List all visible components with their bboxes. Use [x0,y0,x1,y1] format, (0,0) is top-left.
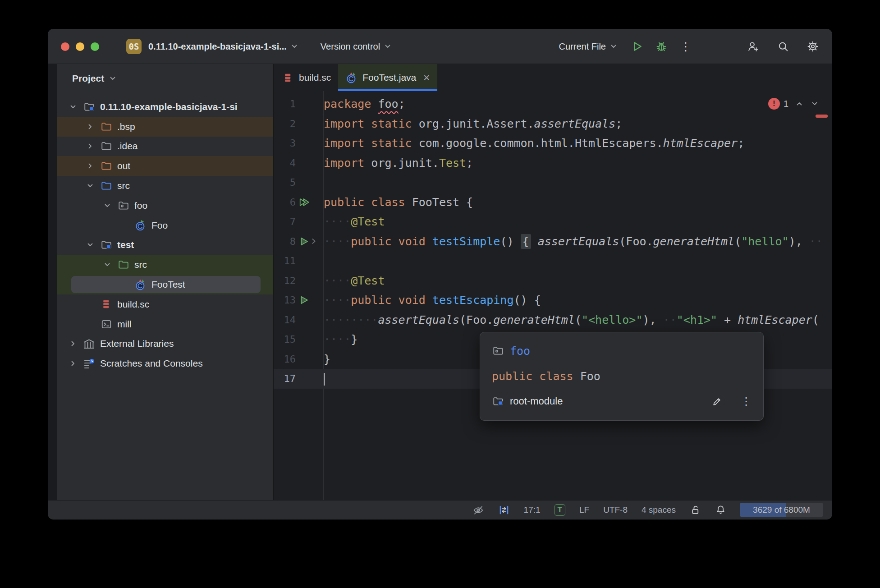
tree-item-out[interactable]: out [57,156,273,176]
popup-module-row[interactable]: root-module ⋮ [480,389,763,414]
code-token: "<hello>" [582,313,642,326]
project-avatar[interactable]: 0S [126,39,142,54]
run-configuration-widget[interactable]: Current File [559,41,618,52]
tab-label: FooTest.java [362,72,416,83]
code-line-4[interactable]: 4import org.junit.Test; [274,153,832,173]
memory-indicator[interactable]: 3629 of 6800M [740,503,823,517]
line-number: 4 [274,157,296,169]
search-everywhere-button[interactable] [774,37,792,55]
previous-error-button[interactable] [795,99,804,108]
indent-widget[interactable]: 4 spaces [642,505,676,515]
notifications-widget[interactable] [715,504,726,515]
code-line-14[interactable]: 14········assertEquals(Foo.generateHtml(… [274,310,832,330]
tree-item-src[interactable]: src [57,255,273,275]
tree-item-test[interactable]: test [57,235,273,255]
code-token: assertEquals [538,235,619,248]
tree-item-footest[interactable]: FooTest [57,275,273,294]
tree-item-label: FooTest [151,279,185,290]
readonly-lock-widget[interactable] [690,504,701,515]
chevron-down-icon[interactable] [101,260,117,269]
settings-button[interactable] [804,37,822,55]
code-line-3[interactable]: 3import static com.google.common.html.Ht… [274,133,832,153]
tree-item--idea[interactable]: .idea [57,137,273,156]
tree-item-src[interactable]: src [57,176,273,196]
tree-item-build-sc[interactable]: build.sc [57,294,273,314]
code-line-1[interactable]: 1package foo; [274,94,832,114]
chevron-right-icon[interactable] [84,122,100,131]
code-token: public void [351,294,426,307]
minimize-window-button[interactable] [76,42,84,51]
maximize-window-button[interactable] [91,42,99,51]
run-all-icon[interactable] [299,197,310,207]
tree-item-foo[interactable]: Foo [57,216,273,235]
code-text: package foo; [324,97,405,110]
code-token: ···· [324,215,351,228]
tree-item-foo[interactable]: foo [57,196,273,216]
line-separator-widget[interactable]: LF [579,505,589,515]
chevron-down-icon[interactable] [84,181,100,190]
project-panel-header[interactable]: Project [72,73,117,84]
vcs-widget[interactable]: Version control [321,41,392,52]
tree-item--bsp[interactable]: .bsp [57,117,273,137]
edit-pencil-icon[interactable] [711,395,723,408]
chevron-right-icon[interactable] [84,142,100,151]
tree-item-external-libraries[interactable]: External Libraries [57,334,273,354]
more-actions-button[interactable]: ⋮ [677,37,695,55]
code-line-13[interactable]: 13····public void testEscaping() { [274,290,832,310]
line-number: 2 [274,118,296,129]
fold-chevron-icon[interactable] [310,237,318,245]
tree-item-scratches-and-consoles[interactable]: Scratches and Consoles [57,354,273,373]
inspections-widget[interactable]: ! 1 [768,98,819,110]
chevron-right-icon[interactable] [67,339,83,348]
test-class-icon [345,72,358,84]
code-line-5[interactable]: 5 [274,173,832,193]
wrap-widget[interactable] [498,504,510,516]
code-token: ; [738,137,744,150]
chevron-down-icon[interactable] [67,102,83,111]
code-line-12[interactable]: 12····@Test [274,271,832,291]
next-error-button[interactable] [810,99,819,108]
highlighting-level-widget[interactable] [472,504,484,516]
code-editor[interactable]: 1package foo;2import static org.junit.As… [274,91,832,500]
folder-source-icon [100,180,112,192]
close-tab-icon[interactable]: ✕ [423,73,430,83]
code-line-2[interactable]: 2import static org.junit.Assert.assertEq… [274,114,832,134]
encoding-widget[interactable]: UTF-8 [603,505,628,515]
code-with-me-button[interactable] [744,37,762,55]
code-token: (Foo. [619,235,653,248]
gutter-slot [296,236,324,247]
code-line-6[interactable]: 6public class FooTest { [274,193,832,212]
tab-build-sc[interactable]: build.sc [275,64,338,91]
mode-badge[interactable]: T [555,504,565,516]
chevron-down-icon[interactable] [84,240,100,249]
tree-item-label: External Libraries [100,338,174,349]
tab-label: build.sc [299,72,331,83]
run-icon[interactable] [299,295,309,305]
tree-item-0-11-10-example-basicjava-1-si[interactable]: 0.11.10-example-basicjava-1-si [57,97,273,117]
popup-package-row[interactable]: foo [480,338,763,363]
tree-item-mill[interactable]: mill [57,314,273,334]
chevron-right-icon[interactable] [67,359,83,368]
error-stripe-mark[interactable] [816,115,828,118]
tree-item-label: Scratches and Consoles [100,358,203,369]
code-line-11[interactable]: 11 [274,251,832,271]
text-caret [324,373,325,386]
chevron-down-icon[interactable] [101,201,117,210]
code-line-7[interactable]: 7····@Test [274,212,832,232]
run-button[interactable] [628,37,646,55]
tab-footest-java[interactable]: FooTest.java ✕ [338,64,437,91]
project-widget[interactable]: 0.11.10-example-basicjava-1-si... [142,41,299,52]
close-window-button[interactable] [61,42,69,51]
error-count: 1 [784,99,788,109]
chevron-down-icon [290,42,299,51]
gear-icon [807,40,819,53]
code-line-8[interactable]: 8····public void testSimple() { assertEq… [274,232,832,252]
chevron-right-icon[interactable] [84,161,100,170]
caret-position-widget[interactable]: 17:1 [524,505,541,515]
run-icon[interactable] [299,236,309,247]
debug-button[interactable] [652,37,670,55]
line-number: 12 [274,275,296,286]
terminal-file-icon [100,318,112,330]
popup-class-row[interactable]: public class Foo [480,363,763,389]
kebab-menu-icon[interactable]: ⋮ [741,396,752,407]
